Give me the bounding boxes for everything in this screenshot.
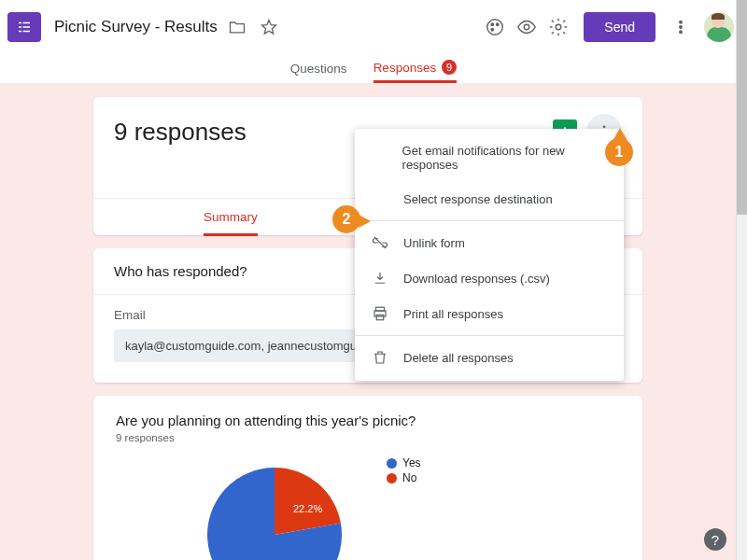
chart-legend: Yes No: [387, 451, 421, 486]
menu-response-destination[interactable]: Select response destination: [355, 181, 624, 217]
pie-chart: 22.2% 77.8%: [190, 451, 359, 560]
move-folder-icon[interactable]: [225, 15, 249, 39]
legend-item-no: No: [387, 471, 421, 484]
preview-icon[interactable]: [514, 15, 539, 39]
svg-point-12: [680, 21, 683, 23]
tab-responses-label: Responses: [374, 61, 437, 75]
sub-tab-summary[interactable]: Summary: [93, 199, 368, 235]
document-title[interactable]: Picnic Survey - Results: [54, 18, 218, 36]
send-button[interactable]: Send: [584, 12, 655, 42]
legend-swatch-yes: [387, 458, 397, 469]
responses-dropdown-menu: Get email notifications for new response…: [355, 129, 624, 381]
scrollbar-thumb[interactable]: [737, 0, 747, 215]
svg-rect-2: [19, 26, 21, 28]
responses-count-badge: 9: [442, 60, 457, 75]
form-tabs: Questions Responses 9: [0, 54, 747, 84]
menu-delete-responses[interactable]: Delete all responses: [355, 340, 624, 375]
svg-point-13: [680, 26, 683, 29]
app-header: Picnic Survey - Results Send: [0, 0, 747, 54]
svg-rect-4: [19, 31, 21, 33]
callout-1: 1: [605, 138, 633, 166]
svg-rect-5: [23, 31, 31, 33]
download-icon: [372, 270, 388, 287]
star-icon[interactable]: [257, 15, 281, 39]
forms-app-icon[interactable]: [7, 12, 41, 42]
settings-gear-icon[interactable]: [546, 15, 571, 39]
legend-item-yes: Yes: [387, 456, 421, 469]
scrollbar-track[interactable]: [736, 0, 747, 560]
menu-email-notifications[interactable]: Get email notifications for new response…: [355, 134, 624, 181]
unlink-icon: [372, 234, 388, 251]
chart-subtitle: 9 responses: [116, 432, 620, 443]
tab-questions[interactable]: Questions: [290, 62, 347, 83]
svg-rect-1: [23, 22, 31, 24]
svg-point-8: [497, 23, 499, 25]
legend-swatch-no: [387, 473, 397, 483]
callout-2-pointer: [359, 215, 371, 228]
menu-print-responses[interactable]: Print all responses: [355, 296, 624, 331]
svg-rect-0: [19, 22, 21, 24]
chart-card: Are you planning on attending this year'…: [93, 396, 642, 560]
svg-point-17: [603, 125, 606, 128]
chart-question: Are you planning on attending this year'…: [116, 413, 620, 428]
svg-point-9: [491, 29, 493, 31]
slice-label-no: 22.2%: [293, 503, 322, 514]
svg-point-11: [557, 24, 562, 30]
svg-point-6: [487, 20, 503, 35]
svg-point-10: [525, 24, 530, 30]
svg-point-14: [680, 31, 683, 34]
svg-point-7: [491, 23, 493, 25]
customize-theme-icon[interactable]: [483, 15, 507, 39]
more-vertical-icon[interactable]: [669, 15, 693, 39]
svg-rect-3: [23, 26, 31, 28]
print-icon: [372, 305, 388, 322]
menu-unlink-form[interactable]: Unlink form: [355, 225, 624, 260]
trash-icon: [372, 349, 388, 366]
account-avatar[interactable]: [704, 12, 734, 42]
tab-responses[interactable]: Responses 9: [374, 60, 458, 83]
menu-download-csv[interactable]: Download responses (.csv): [355, 260, 624, 296]
callout-2: 2: [332, 205, 360, 233]
menu-divider: [355, 335, 624, 336]
menu-divider: [355, 220, 624, 221]
help-icon[interactable]: ?: [704, 528, 726, 551]
svg-rect-22: [376, 315, 384, 320]
